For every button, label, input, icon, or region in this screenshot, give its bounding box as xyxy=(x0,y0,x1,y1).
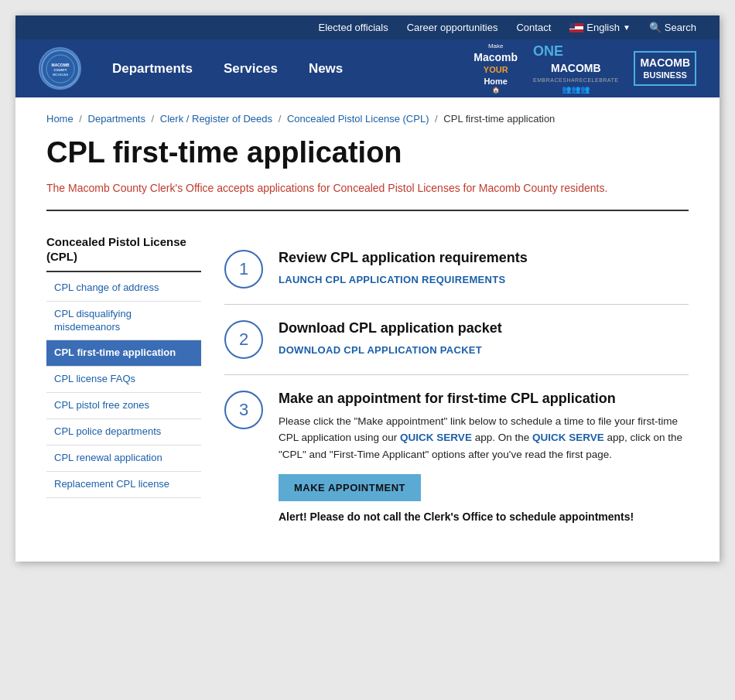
step-link-1[interactable]: LAUNCH CPL APPLICATION REQUIREMENTS xyxy=(279,274,505,285)
breadcrumb-clerk[interactable]: Clerk / Register of Deeds xyxy=(160,113,272,125)
content-area: Home / Departments / Clerk / Register of… xyxy=(15,97,720,562)
nav-logos: Make Macomb YOUR Home 🏠 ONE MACOMB EMBRA… xyxy=(473,42,696,95)
sidebar-item-7[interactable]: Replacement CPL license xyxy=(46,472,201,498)
step-desc-3: Please click the "Make appointment" link… xyxy=(279,413,689,463)
steps-container: 1Review CPL application requirementsLAUN… xyxy=(224,234,689,538)
quick-serve-link-2[interactable]: QUICK SERVE xyxy=(532,432,604,443)
svg-text:COUNTY: COUNTY xyxy=(53,68,67,72)
main-content: 1Review CPL application requirementsLAUN… xyxy=(224,234,689,538)
sidebar-title: Concealed Pistol License (CPL) xyxy=(46,234,201,272)
sidebar-item-3[interactable]: CPL license FAQs xyxy=(46,367,201,393)
breadcrumb-home[interactable]: Home xyxy=(46,113,74,125)
svg-text:MACOMB: MACOMB xyxy=(51,63,69,67)
sidebar-item-0[interactable]: CPL change of address xyxy=(46,275,201,302)
main-nav: MACOMB COUNTY MICHIGAN Departments Servi… xyxy=(15,39,720,97)
step-link-2[interactable]: DOWNLOAD CPL APPLICATION PACKET xyxy=(279,344,482,356)
svg-text:MICHIGAN: MICHIGAN xyxy=(52,73,67,77)
elected-officials-link[interactable]: Elected officials xyxy=(319,22,388,33)
main-divider xyxy=(46,210,689,211)
sidebar-items: CPL change of addressCPL disqualifying m… xyxy=(46,275,201,498)
nav-links: Departments Services News xyxy=(97,44,358,94)
step-title-2: Download CPL application packet xyxy=(279,320,689,336)
sidebar-item-5[interactable]: CPL police departments xyxy=(46,419,201,446)
alert-text: Alert! Please do not call the Clerk's Of… xyxy=(279,510,689,523)
contact-link[interactable]: Contact xyxy=(516,22,551,33)
page-title: CPL first-time application xyxy=(46,137,689,169)
macomb-business-logo: MACOMB BUSINESS xyxy=(634,51,696,85)
svg-rect-3 xyxy=(569,23,575,29)
make-appointment-button[interactable]: MAKE APPOINTMENT xyxy=(279,474,421,501)
county-seal: MACOMB COUNTY MICHIGAN xyxy=(39,47,81,90)
search-label: Search xyxy=(665,22,696,33)
search-button[interactable]: 🔍 Search xyxy=(649,22,696,33)
breadcrumb: Home / Departments / Clerk / Register of… xyxy=(46,113,689,125)
step-content-1: Review CPL application requirementsLAUNC… xyxy=(279,250,689,286)
search-icon: 🔍 xyxy=(649,22,662,33)
one-macomb-logo: ONE MACOMB EMBRACESHARECELEBRATE 👥👥👥 xyxy=(533,42,618,95)
chevron-down-icon: ▼ xyxy=(623,23,631,32)
sidebar-item-4[interactable]: CPL pistol free zones xyxy=(46,393,201,419)
step-block-3: 3Make an appointment for first-time CPL … xyxy=(224,375,689,538)
language-label: English xyxy=(586,22,620,33)
quick-serve-link-1[interactable]: QUICK SERVE xyxy=(400,432,472,443)
career-link[interactable]: Career opportunities xyxy=(407,22,498,33)
step-title-3: Make an appointment for first-time CPL a… xyxy=(279,391,689,407)
top-bar: Elected officials Career opportunities C… xyxy=(15,15,720,39)
step-content-3: Make an appointment for first-time CPL a… xyxy=(279,391,689,523)
sidebar: Concealed Pistol License (CPL) CPL chang… xyxy=(46,234,201,538)
language-selector[interactable]: English ▼ xyxy=(569,22,631,33)
step-number-1: 1 xyxy=(224,250,263,289)
language-icon xyxy=(569,23,583,32)
breadcrumb-departments[interactable]: Departments xyxy=(88,113,145,125)
page-subtitle: The Macomb County Clerk's Office accepts… xyxy=(46,182,689,194)
step-number-2: 2 xyxy=(224,320,263,359)
nav-departments[interactable]: Departments xyxy=(97,44,208,94)
svg-rect-2 xyxy=(569,29,583,32)
step-block-2: 2Download CPL application packetDOWNLOAD… xyxy=(224,305,689,375)
nav-logo[interactable]: MACOMB COUNTY MICHIGAN xyxy=(39,39,81,97)
step-block-1: 1Review CPL application requirementsLAUN… xyxy=(224,234,689,305)
page-wrapper: Elected officials Career opportunities C… xyxy=(15,15,720,562)
breadcrumb-cpl[interactable]: Concealed Pistol License (CPL) xyxy=(287,113,429,125)
nav-services[interactable]: Services xyxy=(208,44,293,94)
step-title-1: Review CPL application requirements xyxy=(279,250,689,266)
sidebar-item-6[interactable]: CPL renewal application xyxy=(46,446,201,472)
step-number-3: 3 xyxy=(224,391,263,429)
two-column-layout: Concealed Pistol License (CPL) CPL chang… xyxy=(46,234,689,538)
step-content-2: Download CPL application packetDOWNLOAD … xyxy=(279,320,689,357)
make-macomb-logo: Make Macomb YOUR Home 🏠 xyxy=(473,43,518,95)
breadcrumb-current: CPL first-time application xyxy=(443,113,555,125)
sidebar-item-2[interactable]: CPL first-time application xyxy=(46,340,201,367)
sidebar-item-1[interactable]: CPL disqualifying misdemeanors xyxy=(46,302,201,341)
nav-news[interactable]: News xyxy=(293,44,358,94)
